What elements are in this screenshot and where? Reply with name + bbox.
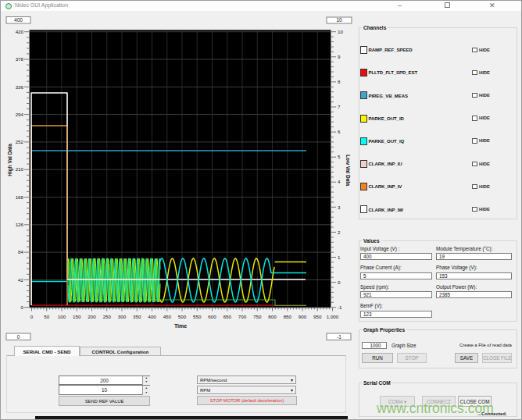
svg-text:6: 6	[338, 129, 341, 134]
svg-text:5: 5	[338, 154, 341, 159]
svg-text:336: 336	[16, 84, 24, 90]
svg-text:294: 294	[16, 112, 24, 117]
svg-text:850: 850	[284, 314, 292, 319]
svg-text:400: 400	[148, 314, 156, 319]
svg-text:450: 450	[163, 314, 172, 319]
svg-text:750: 750	[253, 314, 262, 319]
svg-text:550: 550	[193, 314, 202, 319]
svg-text:1: 1	[338, 254, 341, 260]
svg-text:-1: -1	[337, 334, 341, 340]
svg-text:0: 0	[30, 314, 34, 319]
svg-text:10: 10	[336, 17, 342, 23]
svg-text:300: 300	[118, 314, 127, 319]
svg-text:High Val Data: High Val Data	[7, 144, 13, 176]
svg-text:600: 600	[208, 314, 216, 319]
svg-text:42: 42	[18, 277, 23, 283]
svg-text:210: 210	[16, 166, 24, 172]
svg-text:350: 350	[133, 314, 141, 319]
svg-text:3: 3	[338, 205, 341, 210]
svg-text:100: 100	[58, 314, 66, 319]
svg-text:10: 10	[338, 29, 343, 34]
svg-text:-1: -1	[338, 304, 342, 310]
svg-text:8: 8	[338, 79, 341, 84]
svg-text:2: 2	[338, 230, 341, 235]
svg-text:9: 9	[338, 54, 341, 59]
svg-text:900: 900	[299, 314, 307, 319]
svg-text:200: 200	[88, 314, 96, 319]
svg-text:500: 500	[178, 314, 187, 319]
svg-text:950: 950	[313, 314, 322, 319]
svg-text:378: 378	[16, 56, 24, 62]
svg-text:1,000: 1,000	[327, 314, 339, 319]
svg-text:420: 420	[16, 29, 24, 34]
svg-text:252: 252	[16, 139, 24, 144]
svg-text:400: 400	[14, 17, 23, 23]
svg-text:0: 0	[21, 304, 24, 310]
svg-text:50: 50	[44, 314, 49, 319]
svg-text:150: 150	[73, 314, 81, 319]
svg-text:250: 250	[103, 314, 112, 319]
svg-text:Time: Time	[174, 323, 187, 329]
svg-text:0: 0	[17, 334, 20, 340]
svg-text:0: 0	[338, 279, 341, 285]
svg-text:84: 84	[18, 249, 23, 254]
svg-text:126: 126	[16, 222, 24, 227]
svg-text:7: 7	[338, 104, 341, 109]
svg-text:800: 800	[268, 314, 277, 319]
svg-text:168: 168	[16, 194, 24, 200]
svg-text:700: 700	[238, 314, 247, 319]
svg-text:Low Val Data: Low Val Data	[345, 155, 351, 186]
svg-text:650: 650	[223, 314, 232, 319]
svg-text:4: 4	[338, 179, 341, 184]
